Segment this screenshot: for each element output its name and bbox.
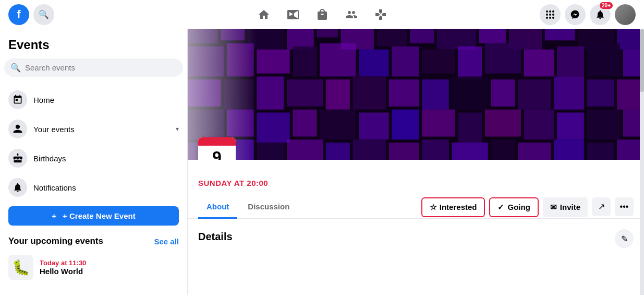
nav-home-button[interactable] xyxy=(251,2,276,27)
sidebar-item-label-your-events: Your events xyxy=(33,125,75,134)
interested-label: Interested xyxy=(440,203,477,211)
event-info: Today at 11:30 Hello World xyxy=(40,259,86,276)
mail-icon: ✉ xyxy=(550,203,557,212)
bell-icon xyxy=(8,178,27,197)
topnav-center xyxy=(133,2,511,27)
event-date-badge: 9 xyxy=(198,137,236,160)
search-icon: 🔍 xyxy=(10,63,21,73)
calendar-icon xyxy=(8,90,27,109)
edit-details-button[interactable]: ✎ xyxy=(615,229,634,248)
svg-point-4 xyxy=(549,14,551,16)
event-thumbnail: 🐛 xyxy=(8,255,33,280)
banner-image xyxy=(188,29,644,160)
sidebar-item-label-birthdays: Birthdays xyxy=(33,154,66,163)
event-details-section: Details ✎ xyxy=(188,219,644,258)
svg-point-1 xyxy=(549,10,551,13)
main-content: 9 SUNDAY AT 20:00 About Discussion ☆ Int… xyxy=(188,29,644,295)
create-event-label: + Create New Event xyxy=(63,211,136,220)
svg-point-7 xyxy=(549,17,551,19)
top-navigation: f 🔍 20+ xyxy=(0,0,644,29)
see-all-button[interactable]: See all xyxy=(154,237,179,246)
upcoming-title: Your upcoming events xyxy=(8,236,103,246)
ellipsis-icon: ••• xyxy=(620,202,629,211)
check-circle-icon: ✓ xyxy=(497,203,504,212)
sidebar-item-label-home: Home xyxy=(33,96,54,104)
person-icon xyxy=(8,120,27,138)
svg-point-3 xyxy=(546,14,548,16)
chevron-down-icon: ▾ xyxy=(176,125,179,133)
nav-marketplace-button[interactable] xyxy=(310,2,335,27)
svg-point-2 xyxy=(552,10,554,13)
event-time: Today at 11:30 xyxy=(40,259,86,267)
main-layout: Events 🔍 Home Your events ▾ Birthdays xyxy=(0,0,644,295)
topnav-right: 20+ xyxy=(511,4,636,25)
tab-about[interactable]: About xyxy=(198,196,237,219)
event-banner: 9 xyxy=(188,29,644,160)
upcoming-header: Your upcoming events See all xyxy=(4,230,183,251)
create-event-button[interactable]: + + Create New Event xyxy=(8,206,179,226)
search-icon: 🔍 xyxy=(39,9,49,19)
sidebar-item-notifications[interactable]: Notifications xyxy=(4,173,183,202)
notifications-button[interactable]: 20+ xyxy=(590,4,611,25)
nav-video-button[interactable] xyxy=(281,2,306,27)
notification-badge: 20+ xyxy=(600,2,613,9)
invite-button[interactable]: ✉ Invite xyxy=(543,197,588,217)
svg-point-8 xyxy=(552,17,554,19)
tab-discussion[interactable]: Discussion xyxy=(239,196,298,219)
event-action-buttons: ☆ Interested ✓ Going ✉ Invite ↗ ••• xyxy=(421,197,634,217)
event-tabs-bar: About Discussion ☆ Interested ✓ Going ✉ … xyxy=(188,196,644,219)
sidebar-item-birthdays[interactable]: Birthdays xyxy=(4,144,183,173)
messenger-button[interactable] xyxy=(565,4,586,25)
sidebar: Events 🔍 Home Your events ▾ Birthdays xyxy=(0,29,188,295)
details-title: Details xyxy=(198,231,233,243)
sidebar-title: Events xyxy=(4,38,183,58)
interested-button[interactable]: ☆ Interested xyxy=(421,197,485,217)
scrollbar[interactable] xyxy=(640,29,644,295)
date-badge-top xyxy=(198,137,236,146)
sidebar-item-your-events[interactable]: Your events ▾ xyxy=(4,114,183,144)
invite-label: Invite xyxy=(560,203,580,211)
topnav-left: f 🔍 xyxy=(8,4,133,25)
svg-point-5 xyxy=(552,14,554,16)
scrollbar-thumb[interactable] xyxy=(640,29,644,92)
share-icon: ↗ xyxy=(598,202,605,211)
profile-avatar[interactable] xyxy=(615,4,636,25)
upcoming-event-item[interactable]: 🐛 Today at 11:30 Hello World xyxy=(4,251,183,284)
date-badge-number: 9 xyxy=(198,146,236,160)
nav-groups-button[interactable] xyxy=(339,2,364,27)
edit-icon: ✎ xyxy=(621,234,628,244)
search-input[interactable] xyxy=(25,63,177,72)
facebook-logo[interactable]: f xyxy=(8,4,29,25)
going-label: Going xyxy=(507,203,530,211)
event-date-text: SUNDAY AT 20:00 xyxy=(198,179,634,187)
event-meta: SUNDAY AT 20:00 xyxy=(188,160,644,196)
event-name: Hello World xyxy=(40,267,86,276)
svg-rect-80 xyxy=(188,29,644,160)
svg-point-0 xyxy=(546,10,548,13)
going-button[interactable]: ✓ Going xyxy=(489,197,538,217)
search-bar[interactable]: 🔍 xyxy=(4,58,183,77)
nav-gaming-button[interactable] xyxy=(368,2,393,27)
star-icon: ☆ xyxy=(430,203,436,212)
more-button[interactable]: ••• xyxy=(615,197,634,216)
plus-icon: + xyxy=(52,211,56,220)
birthday-icon xyxy=(8,149,27,168)
apps-button[interactable] xyxy=(540,4,561,25)
sidebar-item-home[interactable]: Home xyxy=(4,85,183,114)
svg-point-6 xyxy=(546,17,548,19)
sidebar-item-label-notifications: Notifications xyxy=(33,183,76,192)
search-button[interactable]: 🔍 xyxy=(33,4,54,25)
share-button[interactable]: ↗ xyxy=(592,197,611,216)
